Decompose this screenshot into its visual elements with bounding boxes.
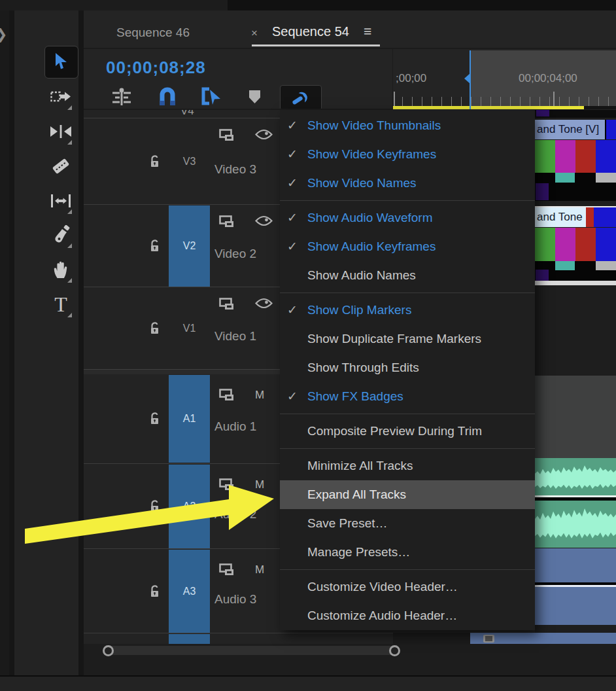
menu-item-show-audio-names[interactable]: Show Audio Names (280, 261, 535, 290)
menu-item-expand-all-tracks[interactable]: Expand All Tracks (280, 480, 535, 509)
toggle-track-output-eye-icon[interactable] (255, 298, 273, 311)
linked-selection-icon[interactable] (201, 86, 221, 109)
selection-tool[interactable] (41, 47, 81, 76)
panel-bottom-area (84, 660, 616, 675)
timeline-display-settings-button[interactable] (280, 85, 322, 111)
menu-item-manage-presets[interactable]: Manage Presets… (280, 538, 535, 567)
menu-item-customize-audio-header[interactable]: Customize Audio Header… (280, 601, 535, 630)
tab-close-icon[interactable]: × (251, 27, 258, 40)
menu-item-show-video-names[interactable]: ✓Show Video Names (280, 169, 535, 198)
zoom-scrollbar-track[interactable] (108, 646, 400, 655)
toggle-track-output-eye-icon[interactable] (255, 215, 273, 229)
panel-menu-icon[interactable]: ≡ (364, 24, 371, 39)
zoom-scrollbar-left-handle[interactable] (103, 645, 114, 656)
track-name[interactable]: Audio 1 (214, 419, 256, 434)
hand-tool[interactable] (41, 255, 81, 284)
track-target-v2[interactable]: V2 (169, 205, 210, 287)
track-name[interactable]: Audio 3 (214, 592, 256, 607)
menu-item-composite-preview-during-trim[interactable]: Composite Preview During Trim (280, 417, 535, 446)
checkmark-icon: ✓ (287, 111, 298, 140)
snap-magnet-icon[interactable] (158, 86, 177, 109)
pen-tool[interactable] (41, 221, 81, 249)
smpte-bar-blue (596, 140, 616, 173)
mute-button[interactable]: M (255, 563, 264, 576)
track-target-v3[interactable]: V3 (169, 119, 210, 204)
source-patch-icon[interactable] (219, 129, 237, 145)
menu-item-show-duplicate-frame-markers[interactable]: Show Duplicate Frame Markers (280, 325, 535, 353)
checkmark-icon: ✓ (287, 232, 298, 261)
tab-sequence-54[interactable]: Sequence 54 (272, 24, 349, 39)
source-patch-icon[interactable] (219, 298, 237, 314)
track-target-a4[interactable] (169, 634, 210, 644)
window-top-bar-segment (0, 0, 228, 10)
menu-item-save-preset[interactable]: Save Preset… (280, 509, 535, 538)
menu-item-show-audio-keyframes[interactable]: ✓Show Audio Keyframes (280, 232, 535, 261)
playhead-timecode[interactable]: 00;00;08;28 (106, 58, 206, 78)
menu-item-minimize-all-tracks[interactable]: Minimize All Tracks (280, 452, 535, 480)
track-name[interactable]: Video 3 (214, 162, 256, 177)
ruler-major-tick (394, 92, 395, 106)
track-target-a3[interactable]: A3 (169, 550, 210, 633)
menu-item-show-video-keyframes[interactable]: ✓Show Video Keyframes (280, 140, 535, 169)
clip-a3-audio[interactable] (535, 548, 616, 625)
source-patch-icon[interactable] (219, 563, 237, 580)
render-bar-yellow (393, 106, 584, 109)
menu-item-label: Expand All Tracks (307, 487, 406, 501)
track-lock-icon[interactable] (149, 500, 160, 516)
menu-item-label: Show FX Badges (307, 389, 403, 403)
playhead-marker-icon[interactable] (464, 73, 470, 84)
menu-item-label: Show Audio Waveform (307, 211, 433, 224)
tool-flyout-indicator (67, 278, 72, 283)
menu-item-show-video-thumbnails[interactable]: ✓Show Video Thumbnails (280, 111, 535, 140)
track-name[interactable]: Audio 2 (214, 507, 256, 522)
clip-v4-partial[interactable] (535, 110, 616, 118)
add-marker-icon[interactable] (249, 90, 260, 103)
ruler-ticks[interactable] (393, 97, 616, 106)
type-tool[interactable]: T (41, 290, 81, 319)
track-lock-icon[interactable] (149, 155, 160, 171)
ripple-edit-icon (50, 124, 72, 139)
clip-a4-audio[interactable] (470, 633, 616, 644)
track-name[interactable]: Video 1 (214, 329, 256, 344)
menu-item-show-fx-badges[interactable]: ✓Show FX Badges (280, 382, 535, 411)
clip-v2-bars-and-tone[interactable]: and Tone (535, 206, 616, 285)
track-lock-icon[interactable] (149, 322, 160, 338)
source-patch-icon[interactable] (219, 389, 237, 405)
track-name[interactable]: Video 2 (214, 247, 256, 261)
menu-separator (280, 446, 535, 452)
tab-sequence-46[interactable]: Sequence 46 (116, 26, 190, 40)
toggle-track-output-eye-icon[interactable] (255, 129, 273, 143)
track-lock-icon[interactable] (149, 585, 160, 601)
zoom-scrollbar-right-handle[interactable] (389, 645, 400, 656)
track-target-v1[interactable]: V1 (169, 288, 210, 369)
clip-label: and Tone [V] (535, 120, 607, 139)
track-lock-icon[interactable] (149, 239, 160, 255)
menu-item-label: Show Audio Keyframes (307, 239, 436, 253)
mute-button[interactable]: M (255, 389, 264, 402)
smpte-bar-red (575, 228, 596, 261)
track-lock-icon[interactable] (149, 412, 160, 428)
slip-tool[interactable] (41, 186, 81, 215)
track-target-v4[interactable]: V4 (180, 110, 194, 118)
track-select-forward-tool[interactable] (41, 82, 81, 111)
track-target-a2[interactable]: A2 (169, 465, 210, 548)
menu-item-show-audio-waveform[interactable]: ✓Show Audio Waveform (280, 204, 535, 232)
timeline-display-settings-menu: ✓Show Video Thumbnails ✓Show Video Keyfr… (280, 110, 535, 630)
source-patch-icon[interactable] (219, 478, 237, 495)
clip-v3-bars-and-tone[interactable]: and Tone [V] (535, 120, 616, 201)
menu-item-show-through-edits[interactable]: Show Through Edits (280, 353, 535, 382)
menu-item-customize-video-header[interactable]: Customize Video Header… (280, 573, 535, 601)
clip-a2-audio-waveform[interactable] (535, 458, 616, 548)
smpte-bar-green (535, 228, 555, 261)
chevron-right-icon[interactable]: ❯ (0, 26, 7, 43)
mute-button[interactable]: M (255, 478, 264, 491)
ripple-edit-tool[interactable] (41, 117, 81, 146)
track-target-a1[interactable]: A1 (169, 375, 210, 463)
render-bar-empty (584, 106, 616, 109)
clip-a1-audio[interactable] (535, 376, 616, 461)
source-patch-icon[interactable] (219, 215, 237, 232)
menu-item-label: Show Duplicate Frame Markers (307, 332, 481, 346)
razor-tool[interactable] (41, 152, 81, 181)
menu-item-show-clip-markers[interactable]: ✓Show Clip Markers (280, 296, 535, 325)
track-targeting-settings-icon[interactable] (110, 87, 133, 109)
